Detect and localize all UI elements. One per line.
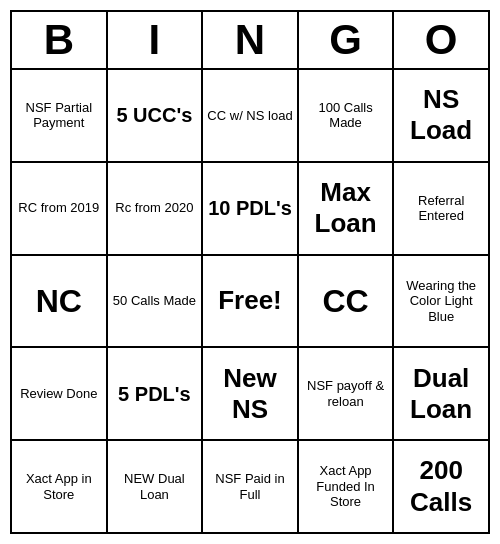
bingo-row-4: Xact App in StoreNEW Dual LoanNSF Paid i… — [12, 441, 488, 532]
bingo-cell-1-0: RC from 2019 — [12, 163, 108, 254]
bingo-cell-1-4: Referral Entered — [394, 163, 488, 254]
bingo-cell-0-2: CC w/ NS load — [203, 70, 299, 161]
bingo-cell-0-3: 100 Calls Made — [299, 70, 395, 161]
bingo-cell-2-4: Wearing the Color Light Blue — [394, 256, 488, 347]
bingo-row-0: NSF Partial Payment5 UCC'sCC w/ NS load1… — [12, 70, 488, 163]
bingo-row-3: Review Done5 PDL'sNew NSNSF payoff & rel… — [12, 348, 488, 441]
bingo-row-2: NC50 Calls MadeFree!CCWearing the Color … — [12, 256, 488, 349]
bingo-card: BINGO NSF Partial Payment5 UCC'sCC w/ NS… — [10, 10, 490, 534]
header-letter-I: I — [108, 12, 204, 68]
header-letter-N: N — [203, 12, 299, 68]
bingo-cell-4-0: Xact App in Store — [12, 441, 108, 532]
bingo-cell-4-4: 200 Calls — [394, 441, 488, 532]
bingo-row-1: RC from 2019Rc from 202010 PDL'sMax Loan… — [12, 163, 488, 256]
bingo-cell-1-2: 10 PDL's — [203, 163, 299, 254]
header-letter-O: O — [394, 12, 488, 68]
bingo-header: BINGO — [12, 12, 488, 70]
bingo-body: NSF Partial Payment5 UCC'sCC w/ NS load1… — [12, 70, 488, 532]
header-letter-G: G — [299, 12, 395, 68]
bingo-cell-4-3: Xact App Funded In Store — [299, 441, 395, 532]
bingo-cell-1-3: Max Loan — [299, 163, 395, 254]
bingo-cell-2-1: 50 Calls Made — [108, 256, 204, 347]
bingo-cell-3-2: New NS — [203, 348, 299, 439]
bingo-cell-1-1: Rc from 2020 — [108, 163, 204, 254]
bingo-cell-3-3: NSF payoff & reloan — [299, 348, 395, 439]
bingo-cell-4-1: NEW Dual Loan — [108, 441, 204, 532]
bingo-cell-2-0: NC — [12, 256, 108, 347]
bingo-cell-3-0: Review Done — [12, 348, 108, 439]
header-letter-B: B — [12, 12, 108, 68]
bingo-cell-2-3: CC — [299, 256, 395, 347]
bingo-cell-4-2: NSF Paid in Full — [203, 441, 299, 532]
bingo-cell-0-1: 5 UCC's — [108, 70, 204, 161]
bingo-cell-3-1: 5 PDL's — [108, 348, 204, 439]
bingo-cell-3-4: Dual Loan — [394, 348, 488, 439]
bingo-cell-0-0: NSF Partial Payment — [12, 70, 108, 161]
bingo-cell-2-2: Free! — [203, 256, 299, 347]
bingo-cell-0-4: NS Load — [394, 70, 488, 161]
